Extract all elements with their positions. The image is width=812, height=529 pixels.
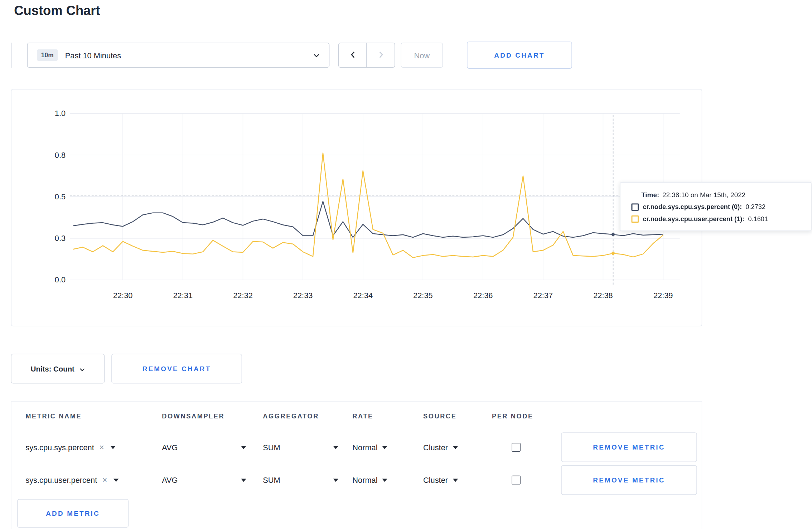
series-user-swatch-icon: [632, 215, 639, 223]
clear-metric-icon[interactable]: ×: [99, 443, 104, 451]
remove-metric-button[interactable]: REMOVE METRIC: [561, 465, 697, 495]
page-title: Custom Chart: [14, 3, 100, 18]
chevron-down-icon: [313, 50, 319, 60]
time-range-select[interactable]: 10m Past 10 Minutes: [27, 43, 330, 68]
per-node-checkbox[interactable]: [512, 443, 521, 452]
metrics-table-header: METRIC NAME DOWNSAMPLER AGGREGATOR RATE …: [11, 402, 702, 431]
custom-chart-page: Custom Chart 10m Past 10 Minutes Now ADD…: [0, 0, 812, 529]
metric-name-value: sys.cpu.sys.percent: [25, 443, 94, 452]
header-aggregator: AGGREGATOR: [263, 413, 352, 420]
downsampler-value: AVG: [162, 476, 178, 485]
svg-text:22:32: 22:32: [233, 291, 253, 300]
svg-text:0.0: 0.0: [55, 275, 66, 284]
tooltip-series-row: cr.node.sys.cpu.sys.percent (0): 0.2732: [632, 203, 802, 210]
caret-down-icon: [241, 446, 246, 449]
caret-down-icon: [453, 479, 458, 482]
caret-down-icon: [453, 446, 458, 449]
cpu-metrics-chart[interactable]: 0.00.30.50.81.022:3022:3122:3222:3322:34…: [11, 89, 703, 327]
caret-down-icon: [382, 479, 388, 482]
chevron-right-icon: [378, 50, 384, 60]
svg-text:22:31: 22:31: [173, 291, 193, 300]
metric-name-select[interactable]: sys.cpu.sys.percent ×: [25, 443, 162, 452]
tooltip-series-row: cr.node.sys.cpu.user.percent (1): 0.1601: [632, 215, 802, 223]
header-source: SOURCE: [423, 413, 492, 420]
time-range-badge: 10m: [37, 49, 58, 61]
chevron-down-icon: [79, 364, 85, 373]
svg-text:0.3: 0.3: [55, 234, 66, 243]
rate-select[interactable]: Normal: [352, 476, 387, 485]
time-next-button[interactable]: [367, 43, 395, 68]
aggregator-value: SUM: [263, 476, 280, 485]
caret-down-icon: [333, 446, 338, 449]
caret-down-icon: [382, 446, 388, 449]
tooltip-series-label: cr.node.sys.cpu.user.percent (1):: [643, 215, 745, 223]
tooltip-time-label: Time:: [641, 191, 659, 199]
source-value: Cluster: [423, 443, 448, 452]
metrics-table: METRIC NAME DOWNSAMPLER AGGREGATOR RATE …: [11, 401, 702, 529]
remove-metric-button[interactable]: REMOVE METRIC: [561, 432, 697, 462]
series-sys-swatch-icon: [632, 203, 639, 210]
chart-tooltip: Time:22:38:10 on Mar 15th, 2022 cr.node.…: [620, 182, 812, 231]
add-metric-button[interactable]: ADD METRIC: [17, 499, 129, 528]
svg-text:0.5: 0.5: [55, 192, 66, 201]
svg-text:22:37: 22:37: [533, 291, 553, 300]
aggregator-value: SUM: [263, 443, 280, 452]
caret-down-icon: [113, 479, 119, 482]
tooltip-series-value: 0.1601: [748, 215, 768, 223]
units-label: Units: Count: [31, 364, 74, 373]
clear-metric-icon[interactable]: ×: [102, 476, 107, 484]
metric-name-value: sys.cpu.user.percent: [25, 476, 97, 485]
tooltip-time-value: 22:38:10 on Mar 15th, 2022: [662, 191, 745, 199]
aggregator-select[interactable]: SUM: [263, 476, 338, 485]
time-range-label: Past 10 Minutes: [65, 51, 121, 60]
header-metric-name: METRIC NAME: [25, 413, 162, 420]
svg-text:22:36: 22:36: [473, 291, 493, 300]
chart-panel: 0.00.30.50.81.022:3022:3122:3222:3322:34…: [11, 89, 702, 326]
downsampler-select[interactable]: AVG: [162, 443, 246, 452]
svg-text:22:34: 22:34: [353, 291, 373, 300]
tooltip-series-label: cr.node.sys.cpu.sys.percent (0):: [643, 203, 742, 210]
tooltip-series-value: 0.2732: [745, 203, 765, 210]
svg-text:22:38: 22:38: [593, 291, 613, 300]
svg-text:22:30: 22:30: [113, 291, 133, 300]
downsampler-select[interactable]: AVG: [162, 476, 246, 485]
tooltip-time-row: Time:22:38:10 on Mar 15th, 2022: [641, 191, 802, 199]
rate-value: Normal: [352, 443, 377, 452]
header-downsampler: DOWNSAMPLER: [162, 413, 263, 420]
header-per-node: PER NODE: [492, 413, 561, 420]
svg-text:0.8: 0.8: [55, 151, 66, 160]
source-select[interactable]: Cluster: [423, 443, 458, 452]
rate-value: Normal: [352, 476, 377, 485]
units-select[interactable]: Units: Count: [11, 354, 105, 384]
svg-text:22:33: 22:33: [293, 291, 313, 300]
metric-name-select[interactable]: sys.cpu.user.percent ×: [25, 476, 162, 485]
chevron-left-icon: [349, 50, 356, 60]
caret-down-icon: [110, 446, 116, 449]
now-button[interactable]: Now: [401, 43, 443, 68]
source-select[interactable]: Cluster: [423, 476, 458, 485]
add-chart-button[interactable]: ADD CHART: [467, 42, 572, 69]
rate-select[interactable]: Normal: [352, 443, 387, 452]
svg-text:1.0: 1.0: [55, 109, 66, 118]
downsampler-value: AVG: [162, 443, 178, 452]
metric-row: sys.cpu.user.percent × AVG SUM Normal Cl…: [11, 464, 702, 496]
aggregator-select[interactable]: SUM: [263, 443, 338, 452]
time-prev-button[interactable]: [338, 43, 367, 68]
metric-row: sys.cpu.sys.percent × AVG SUM Normal Clu…: [11, 431, 702, 464]
caret-down-icon: [333, 479, 338, 482]
time-nav-group: [338, 43, 395, 68]
per-node-checkbox[interactable]: [512, 476, 521, 485]
remove-chart-button[interactable]: REMOVE CHART: [111, 354, 242, 384]
source-value: Cluster: [423, 476, 448, 485]
toolbar-divider: [11, 43, 12, 68]
header-rate: RATE: [352, 413, 423, 420]
caret-down-icon: [241, 479, 246, 482]
svg-text:22:39: 22:39: [653, 291, 673, 300]
svg-text:22:35: 22:35: [413, 291, 433, 300]
